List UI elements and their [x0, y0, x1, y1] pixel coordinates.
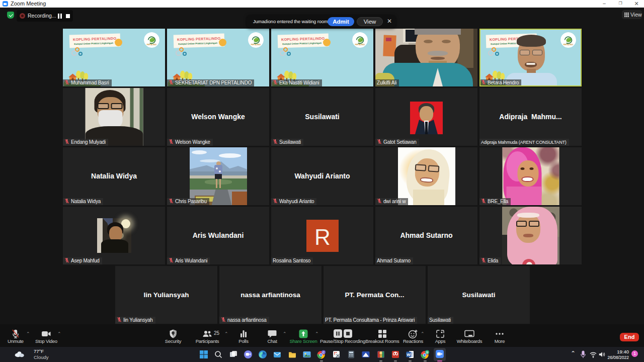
svg-text:S: S — [426, 351, 428, 354]
svg-text:W: W — [407, 352, 411, 357]
svg-text:PERTALINDO: PERTALINDO — [355, 44, 365, 46]
svg-text:PERTALINDO: PERTALINDO — [147, 44, 157, 46]
svg-text:PERTALINDO: PERTALINDO — [251, 44, 261, 46]
svg-text:C: C — [323, 351, 325, 354]
